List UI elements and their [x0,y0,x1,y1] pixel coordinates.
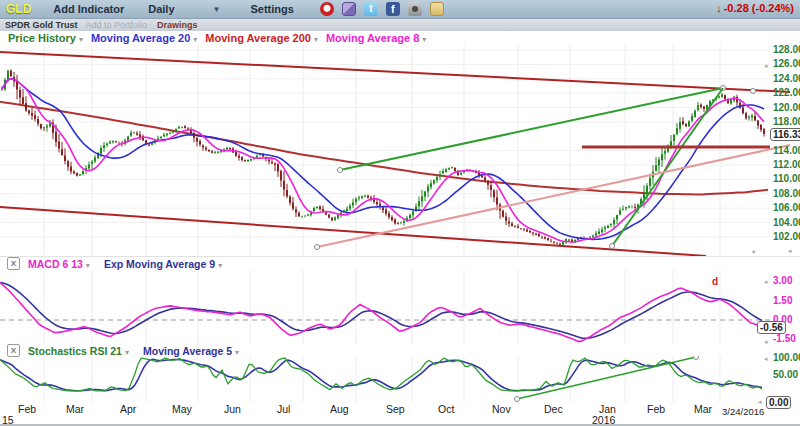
chevron-down-icon[interactable]: ▾ [193,35,197,44]
indicator-label-exp-moving-average-9[interactable]: Exp Moving Average 9▾ [104,258,222,270]
x-axis-month-label: Aug [330,403,349,415]
panel-resize-arrow[interactable]: ◂ [764,355,768,363]
facebook-icon[interactable]: f [386,2,400,16]
settings-button[interactable]: Settings [250,3,293,15]
stoch-chart [0,356,800,402]
alert-icon[interactable] [320,2,334,16]
down-candle-bodies [10,71,765,245]
steep-green-trendline-handle[interactable] [610,244,615,249]
price-axis-tick: 126.00 [773,58,800,69]
add-to-portfolio-link[interactable]: Add to Portfolio [86,20,148,30]
charting-app: GLD Add Indicator Daily ▼ Settings t f ↓… [0,0,800,426]
top-toolbar: GLD Add Indicator Daily ▼ Settings t f ↓… [0,0,800,19]
stoch-green-trendline-handle[interactable] [515,397,520,402]
price-axis-tick: 108.00 [773,188,800,199]
price-axis-tick: 122.00 [773,87,800,98]
x-axis-month-label: May [172,403,192,415]
camera-icon[interactable] [408,2,422,16]
legend-item-moving-average-8[interactable]: Moving Average 8▾ [326,32,426,44]
rising-green-trendline-handle[interactable] [338,168,343,173]
ticker-symbol: GLD [6,2,31,16]
upper-channel-trendline[interactable] [0,52,790,92]
twitter-icon[interactable]: t [364,2,378,16]
add-indicator-button[interactable]: Add Indicator [53,3,124,15]
macd-axis-tick: 3.00 [773,275,792,286]
price-axis-tick: 120.00 [773,102,800,113]
rising-green-trendline[interactable] [340,88,723,170]
x-axis-month-label: Jul [277,403,290,415]
symbol-subheader: SPDR Gold Trust Add to Portfolio Drawing… [0,19,800,31]
stoch-axis-tick: 100.00 [773,352,800,363]
macd-panel-header: XMACD 6 13▾Exp Moving Average 9▾ [0,257,790,270]
panel-resize-arrow[interactable]: ◂ [758,398,762,406]
chevron-down-icon[interactable]: ▾ [422,35,426,44]
chevron-down-icon[interactable]: ▾ [79,35,83,44]
legend-item-moving-average-200[interactable]: Moving Average 200▾ [205,32,318,44]
price-axis-tick: 102.00 [773,231,800,242]
x-axis-month-label: Apr [120,403,136,415]
x-axis-month-label: Jun [224,403,241,415]
price-axis-tick: 112.00 [773,159,800,170]
panel-resize-arrow[interactable]: ◂ [764,338,768,346]
price-axis-tick: 114.00 [773,145,800,156]
price-panel-legend: Price History▾Moving Average 20▾Moving A… [0,31,800,45]
price-axis-tick: 106.00 [773,202,800,213]
salmon-support-trendline-handle[interactable] [315,245,320,250]
x-axis-month-label: Feb [18,403,36,415]
x-axis-month-label: Nov [492,403,511,415]
price-axis-tick: 128.00 [773,44,800,55]
price-axis-tick: 124.00 [773,73,800,84]
drawings-link[interactable]: Drawings [157,20,198,30]
scroll-left-arrow[interactable]: ◂ [788,247,792,255]
ema9-line [0,283,762,339]
indicator-label-moving-average-5[interactable]: Moving Average 5▾ [143,345,239,357]
x-axis-end-date: 3/24/2016 [722,406,764,417]
chevron-down-icon[interactable]: ▾ [314,35,318,44]
period-select[interactable]: Daily [148,3,174,15]
x-axis-month-label: Oct [438,403,454,415]
x-axis-month-label: Feb [647,403,665,415]
stoch-axis-tick: 50.00 [773,369,798,380]
cube-icon[interactable] [342,2,356,16]
indicator-label-stochastics-rsi-21[interactable]: Stochastics RSI 21▾ [28,345,129,357]
close-panel-button[interactable]: X [7,257,20,270]
panel-resize-arrow[interactable]: ◂ [764,278,768,286]
macd-axis-tick: 1.50 [773,295,792,306]
toolbar-icons: t f [320,2,444,16]
legend-item-price-history[interactable]: Price History▾ [8,32,83,44]
x-axis-month-label: Sep [386,403,405,415]
change-text: -0.28 (-0.24%) [724,2,794,14]
down-arrow-icon: ↓ [716,2,722,14]
stamp-icon[interactable] [430,2,444,16]
price-chart [0,45,800,256]
macd-value-box: -0.56 [757,321,786,334]
stoch-line [0,358,762,391]
macd-chart [0,270,800,345]
lower-channel-trendline[interactable] [0,207,706,256]
macd-axis-tick: -1.50 [773,333,796,344]
upper-channel-trendline-handle[interactable] [751,89,756,94]
macd-annotation: d [712,276,718,287]
scroll-up-arrow[interactable]: ▴ [752,247,756,255]
x-axis-month-label: Dec [544,403,563,415]
price-axis-tick: 110.00 [773,173,800,184]
price-change-indicator: ↓-0.28 (-0.24%) [716,2,794,14]
stoch-value-box: 0.00 [766,396,791,409]
chevron-down-icon[interactable]: ▾ [218,261,222,270]
chevron-down-icon[interactable]: ▼ [213,5,221,14]
indicator-label-macd-6-13[interactable]: MACD 6 13▾ [28,258,90,270]
stoch-green-trendline-handle[interactable] [694,356,699,360]
x-axis-month-label: Mar [694,403,712,415]
legend-item-moving-average-20[interactable]: Moving Average 20▾ [91,32,197,44]
x-axis-month-label: Mar [66,403,84,415]
price-axis-tick: 104.00 [773,217,800,228]
price-axis-tick: 118.00 [773,116,800,127]
chevron-down-icon[interactable]: ▾ [86,261,90,270]
last-price-box: 116.33 [770,128,800,141]
panel-resize-arrow[interactable]: ◂ [764,62,768,70]
fund-name: SPDR Gold Trust [5,20,78,30]
